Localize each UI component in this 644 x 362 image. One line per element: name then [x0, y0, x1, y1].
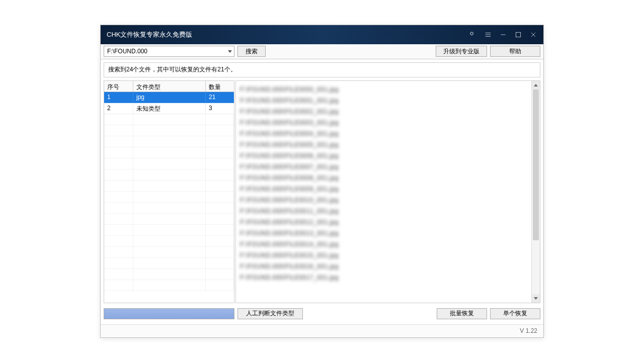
type-table: 序号 文件类型 数量 1jpg212未知类型3 [104, 80, 234, 303]
list-item[interactable]: F:\FOUND.000\FILE0000_001.jpg [240, 84, 527, 95]
window-title: CHK文件恢复专家永久免费版 [107, 30, 192, 39]
table-row-empty [104, 247, 234, 258]
cell-seq: 2 [104, 103, 133, 114]
app-window: CHK文件恢复专家永久免费版 F:\FOUND.000 搜索 升级到专业版 帮助… [100, 25, 544, 338]
file-list[interactable]: F:\FOUND.000\FILE0000_001.jpgF:\FOUND.00… [236, 81, 531, 303]
upgrade-button[interactable]: 升级到专业版 [436, 46, 487, 57]
list-item[interactable]: F:\FOUND.000\FILE0012_001.jpg [240, 217, 527, 228]
list-item[interactable]: F:\FOUND.000\FILE0001_001.jpg [240, 95, 527, 106]
table-row[interactable]: 2未知类型3 [104, 103, 234, 114]
list-item[interactable]: F:\FOUND.000\FILE0006_001.jpg [240, 150, 527, 161]
table-row-empty [104, 125, 234, 136]
title-bar[interactable]: CHK文件恢复专家永久免费版 [101, 25, 543, 44]
list-item[interactable]: F:\FOUND.000\FILE0004_001.jpg [240, 128, 527, 139]
table-row[interactable]: 1jpg21 [104, 92, 234, 103]
col-count-header[interactable]: 数量 [206, 81, 234, 92]
list-item[interactable]: F:\FOUND.000\FILE0002_001.jpg [240, 106, 527, 117]
table-row-empty [104, 114, 234, 125]
chevron-down-icon [228, 50, 232, 53]
bottom-toolbar: 人工判断文件类型 批量恢复 单个恢复 [104, 306, 540, 321]
help-button[interactable]: 帮助 [490, 46, 540, 57]
list-item[interactable]: F:\FOUND.000\FILE0017_001.jpg [240, 272, 527, 283]
table-row-empty [104, 180, 234, 192]
cell-count: 3 [206, 103, 234, 114]
scrollbar[interactable] [531, 81, 540, 303]
status-bar: 搜索到24个文件，其中可以恢复的文件有21个。 [104, 62, 540, 77]
list-item[interactable]: F:\FOUND.000\FILE0007_001.jpg [240, 161, 527, 172]
table-row-empty [104, 203, 234, 214]
scroll-down-icon[interactable] [532, 294, 540, 303]
version-label: V 1.22 [520, 327, 537, 334]
table-row-empty [104, 269, 234, 280]
table-row-empty [104, 258, 234, 269]
status-text: 搜索到24个文件，其中可以恢复的文件有21个。 [108, 65, 236, 74]
menu-icon[interactable] [484, 31, 492, 39]
list-item[interactable]: F:\FOUND.000\FILE0010_001.jpg [240, 195, 527, 206]
scroll-thumb[interactable] [533, 89, 539, 240]
cell-seq: 1 [104, 92, 133, 103]
col-seq-header[interactable]: 序号 [104, 81, 133, 92]
list-item[interactable]: F:\FOUND.000\FILE0009_001.jpg [240, 184, 527, 195]
list-item[interactable]: F:\FOUND.000\FILE0015_001.jpg [240, 250, 527, 261]
list-item[interactable]: F:\FOUND.000\FILE0005_001.jpg [240, 139, 527, 150]
minimize-icon[interactable] [499, 31, 507, 39]
judge-type-button[interactable]: 人工判断文件类型 [237, 308, 303, 319]
maximize-icon[interactable] [514, 31, 522, 39]
table-row-empty [104, 280, 234, 291]
table-header: 序号 文件类型 数量 [104, 81, 234, 92]
table-row-empty [104, 136, 234, 147]
file-list-panel: F:\FOUND.000\FILE0000_001.jpgF:\FOUND.00… [235, 80, 540, 303]
table-row-empty [104, 214, 234, 225]
list-item[interactable]: F:\FOUND.000\FILE0011_001.jpg [240, 206, 527, 217]
svg-rect-0 [516, 32, 520, 37]
toolbar: F:\FOUND.000 搜索 升级到专业版 帮助 [101, 44, 543, 59]
cell-count: 21 [206, 92, 234, 103]
list-item[interactable]: F:\FOUND.000\FILE0014_001.jpg [240, 239, 527, 250]
table-row-empty [104, 225, 234, 236]
theme-icon[interactable] [469, 31, 477, 39]
table-row-empty [104, 169, 234, 180]
scroll-up-icon[interactable] [532, 81, 540, 89]
close-icon[interactable] [529, 31, 537, 39]
table-row-empty [104, 147, 234, 158]
cell-type: jpg [133, 92, 206, 103]
list-item[interactable]: F:\FOUND.000\FILE0008_001.jpg [240, 172, 527, 184]
search-button[interactable]: 搜索 [237, 46, 266, 57]
scroll-track[interactable] [532, 89, 540, 294]
table-body: 1jpg212未知类型3 [104, 92, 234, 303]
list-item[interactable]: F:\FOUND.000\FILE0013_001.jpg [240, 228, 527, 239]
path-value: F:\FOUND.000 [107, 48, 147, 55]
single-recover-button[interactable]: 单个恢复 [490, 308, 540, 319]
batch-recover-button[interactable]: 批量恢复 [437, 308, 487, 319]
window-controls [469, 31, 537, 39]
list-item[interactable]: F:\FOUND.000\FILE0016_001.jpg [240, 261, 527, 272]
footer: V 1.22 [101, 324, 543, 337]
cell-type: 未知类型 [133, 103, 206, 114]
list-item[interactable]: F:\FOUND.000\FILE0003_001.jpg [240, 117, 527, 128]
col-type-header[interactable]: 文件类型 [133, 81, 206, 92]
table-row-empty [104, 236, 234, 247]
path-combobox[interactable]: F:\FOUND.000 [104, 46, 234, 57]
progress-bar [104, 308, 234, 319]
table-row-empty [104, 192, 234, 203]
table-row-empty [104, 158, 234, 169]
main-area: 序号 文件类型 数量 1jpg212未知类型3 F:\FOUND.000\FIL… [104, 80, 540, 303]
